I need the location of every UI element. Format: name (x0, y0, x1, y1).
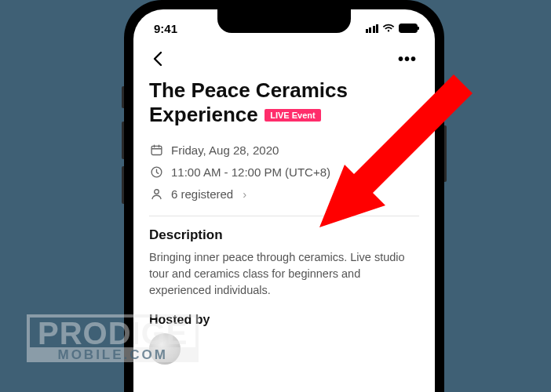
svg-rect-0 (151, 146, 162, 154)
description-body: Bringing inner peace through ceramics. L… (149, 249, 419, 299)
event-date: Friday, Aug 28, 2020 (171, 143, 279, 157)
svg-point-2 (154, 190, 159, 194)
event-registered: 6 registered (171, 187, 233, 201)
phone-side-button (122, 166, 124, 204)
chevron-left-icon (152, 51, 163, 67)
meta-time-row: 11:00 AM - 12:00 PM (UTC+8) (149, 161, 419, 183)
more-icon: ••• (398, 50, 417, 68)
meta-registered-row[interactable]: 6 registered › (149, 183, 419, 205)
event-meta: Friday, Aug 28, 2020 11:00 AM - 12:00 PM… (149, 139, 419, 205)
nav-bar: ••• (133, 41, 435, 75)
person-icon (149, 187, 163, 201)
phone-notch (217, 9, 351, 33)
phone-side-button (122, 122, 124, 159)
chevron-right-icon: › (243, 187, 246, 201)
back-button[interactable] (144, 45, 171, 72)
title-row: The Peace Ceramics Experience LIVE Event (149, 78, 419, 126)
calendar-icon (149, 143, 163, 157)
divider (149, 216, 419, 216)
description-heading: Description (149, 227, 419, 243)
clock-icon (149, 165, 163, 179)
more-button[interactable]: ••• (394, 45, 421, 72)
phone-side-button (122, 86, 124, 108)
battery-icon (399, 24, 418, 33)
event-time: 11:00 AM - 12:00 PM (UTC+8) (171, 165, 330, 179)
wifi-icon (382, 24, 395, 33)
meta-date-row: Friday, Aug 28, 2020 (149, 139, 419, 161)
live-event-badge: LIVE Event (265, 109, 320, 122)
watermark: PRODIGE MOBILE.COM (27, 314, 199, 362)
status-time: 9:41 (154, 22, 177, 35)
phone-side-button (444, 125, 447, 182)
status-indicators (366, 24, 418, 33)
watermark-top: PRODIGE (27, 314, 199, 347)
cellular-icon (366, 24, 379, 33)
